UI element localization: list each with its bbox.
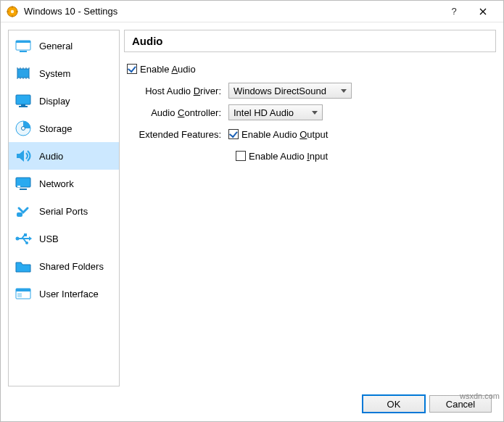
svg-rect-23 [21,104,25,106]
sidebar-item-label: User Interface [39,289,99,299]
sidebar-item-label: Network [39,178,74,189]
svg-rect-24 [19,106,28,107]
checkbox-icon [236,151,246,161]
display-icon [15,92,32,109]
enable-input-label: Enable Audio Input [249,151,328,162]
audio-icon [15,147,32,165]
shared-folders-icon [15,257,32,275]
sidebar-item-usb[interactable]: USB [9,225,119,252]
enable-audio-label: Enable Audio [140,64,196,75]
sidebar-item-display[interactable]: Display [9,87,119,115]
sidebar-item-system[interactable]: System [9,59,119,87]
svg-rect-30 [17,212,22,217]
sidebar-item-label: Audio [39,151,63,162]
svg-rect-11 [17,69,29,78]
chevron-down-icon [341,89,347,93]
row-audio-controller: Audio Controller: Intel HD Audio [127,102,496,123]
system-icon [15,65,32,82]
sidebar-item-user-interface[interactable]: User Interface [9,280,119,307]
close-button[interactable] [468,1,497,22]
storage-icon [15,120,32,137]
help-button[interactable]: ? [439,1,468,22]
window-title: Windows 10 - Settings [24,6,439,17]
app-icon [7,6,18,17]
usb-icon [15,230,32,247]
svg-rect-29 [20,189,27,190]
sidebar-item-network[interactable]: Network [9,170,119,197]
sidebar-item-serial-ports[interactable]: Serial Ports [9,197,119,225]
row-extended-features: Extended Features: Enable Audio Output [127,123,496,145]
checkbox-icon [228,129,239,139]
svg-rect-38 [16,289,30,291]
enable-output-label: Enable Audio Output [241,129,328,140]
svg-rect-9 [16,41,30,43]
sidebar-item-label: Serial Ports [39,206,88,217]
sidebar-item-label: System [39,68,70,79]
host-driver-value: Windows DirectSound [234,86,336,96]
sidebar-item-label: Storage [39,123,73,134]
audio-controller-value: Intel HD Audio [234,107,307,118]
svg-rect-34 [24,233,27,236]
sidebar-item-label: Shared Folders [39,261,104,272]
svg-point-36 [25,241,28,244]
audio-controller-label: Audio Controller: [127,107,228,118]
sidebar-item-label: Display [39,96,70,107]
user-interface-icon [15,285,32,302]
settings-window: Windows 10 - Settings ? General System D… [0,0,504,422]
network-icon [15,175,32,192]
section-title: Audio [132,35,488,47]
row-host-driver: Host Audio Driver: Windows DirectSound [127,80,496,102]
enable-audio-output-checkbox[interactable]: Enable Audio Output [228,129,328,140]
window-body: General System Display Storage Audio Net… [1,22,503,386]
section-header: Audio [124,30,496,52]
ok-button[interactable]: OK [363,395,425,413]
sidebar-item-general[interactable]: General [9,32,119,59]
svg-rect-10 [20,51,27,52]
sidebar-item-storage[interactable]: Storage [9,115,119,142]
sidebar-item-label: General [39,41,73,51]
checkbox-icon [127,64,137,74]
enable-audio-checkbox[interactable]: Enable Audio [127,64,196,75]
enable-audio-input-checkbox[interactable]: Enable Audio Input [236,151,328,162]
svg-rect-39 [17,293,22,297]
host-driver-dropdown[interactable]: Windows DirectSound [228,83,352,99]
main-panel: Audio Enable Audio Host Audio Driver: Wi… [124,30,496,386]
svg-point-1 [11,9,14,12]
serial-ports-icon [15,202,32,220]
host-driver-label: Host Audio Driver: [127,86,228,96]
audio-form: Enable Audio Host Audio Driver: Windows … [124,58,496,167]
row-enable-input: Enable Audio Input [127,145,496,167]
watermark: wsxdn.com [460,392,500,400]
sidebar-item-label: USB [39,233,59,244]
ok-label: OK [387,399,401,410]
titlebar: Windows 10 - Settings ? [1,1,503,22]
category-sidebar: General System Display Storage Audio Net… [8,30,120,386]
svg-rect-28 [17,186,20,187]
sidebar-item-audio[interactable]: Audio [9,142,119,170]
general-icon [15,37,32,54]
chevron-down-icon [312,111,318,115]
extended-features-label: Extended Features: [127,129,228,140]
sidebar-item-shared-folders[interactable]: Shared Folders [9,252,119,280]
audio-controller-dropdown[interactable]: Intel HD Audio [228,104,323,120]
svg-rect-22 [16,95,30,104]
row-enable-audio: Enable Audio [127,58,496,80]
dialog-footer: OK Cancel [1,386,503,421]
svg-point-26 [22,127,25,131]
